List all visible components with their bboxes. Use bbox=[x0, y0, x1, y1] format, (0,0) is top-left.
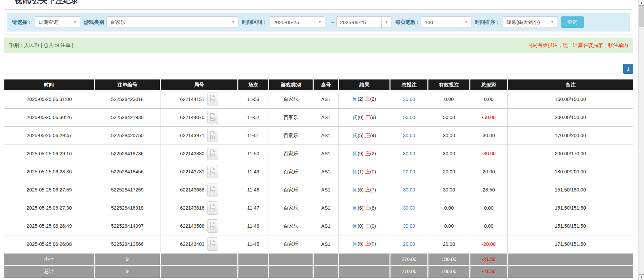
cell-total-bet[interactable]: 30.00 bbox=[390, 90, 428, 108]
result-banker-value: (0) bbox=[370, 169, 376, 174]
result-banker-value: (0) bbox=[370, 241, 376, 246]
page-1-button[interactable]: 1 bbox=[623, 64, 633, 74]
result-banker-value: (2) bbox=[370, 151, 376, 156]
total-label: 总计 bbox=[4, 265, 94, 277]
video-replay-button[interactable] bbox=[207, 147, 218, 160]
search-button[interactable]: 查询 bbox=[561, 16, 584, 28]
cell-result: 闲(5)庄(4) bbox=[339, 126, 390, 145]
result-banker-value: (9) bbox=[370, 115, 376, 120]
cell-table-no: AS1 bbox=[313, 126, 339, 145]
cell-game-type: 百家乐 bbox=[269, 108, 313, 126]
result-banker-label: 庄 bbox=[365, 223, 370, 229]
header-payout: 总派彩 bbox=[470, 79, 507, 90]
vertical-scrollbar[interactable]: ▲ ▼ bbox=[638, 0, 644, 280]
cell-total-bet[interactable]: 50.00 bbox=[390, 108, 428, 126]
date-to-dropdown[interactable]: 2025-05-25 ▼ bbox=[336, 16, 392, 28]
result-player-label: 闲 bbox=[353, 205, 358, 211]
chevron-down-icon: ▼ bbox=[547, 17, 557, 27]
result-player-label: 闲 bbox=[353, 187, 358, 192]
video-file-icon bbox=[210, 222, 216, 230]
cell-remark: 180.00/200.00 bbox=[508, 163, 633, 181]
cell-remark: 170.00/200.00 bbox=[508, 126, 633, 145]
video-replay-button[interactable] bbox=[207, 165, 218, 178]
result-player-value: (0) bbox=[358, 223, 364, 229]
cell-payout: 0.00 bbox=[470, 90, 507, 108]
cell-game-type: 百家乐 bbox=[269, 126, 313, 145]
result-player-label: 闲 bbox=[353, 151, 358, 156]
video-file-icon bbox=[210, 149, 216, 157]
cell-session: 11-51 bbox=[238, 126, 269, 145]
round-number: 622143508 bbox=[180, 223, 204, 229]
cell-total-bet[interactable]: 30.00 bbox=[390, 199, 428, 217]
video-replay-button[interactable] bbox=[207, 93, 218, 106]
page-size-dropdown[interactable]: 100 ▼ bbox=[421, 16, 471, 28]
video-replay-button[interactable] bbox=[207, 219, 218, 233]
query-type-dropdown[interactable]: 日期查询 ▼ bbox=[35, 16, 80, 28]
sort-label: 时间排序： bbox=[475, 19, 500, 25]
result-banker-value: (4) bbox=[370, 133, 376, 138]
cell-result: 闲(6)庄(7) bbox=[339, 181, 390, 199]
result-banker-label: 庄 bbox=[365, 151, 370, 156]
sort-value: 降冪(由大到小) bbox=[503, 19, 547, 25]
pagination: 1 bbox=[4, 64, 633, 74]
cell-session: 11-46 bbox=[238, 217, 269, 235]
cell-total-bet[interactable]: 20.00 bbox=[390, 163, 428, 181]
video-replay-button[interactable] bbox=[207, 237, 218, 251]
cell-result: 闲(6)庄(6) bbox=[339, 199, 390, 217]
video-replay-button[interactable] bbox=[207, 183, 218, 197]
scroll-up-button[interactable]: ▲ bbox=[639, 0, 644, 6]
cell-remark: 200.00/150.00 bbox=[508, 108, 633, 126]
round-number: 622143971 bbox=[180, 133, 204, 138]
cell-total-bet[interactable]: 30.00 bbox=[390, 181, 428, 199]
cell-game-type: 百家乐 bbox=[269, 199, 313, 217]
sort-dropdown[interactable]: 降冪(由大到小) ▼ bbox=[503, 16, 557, 28]
round-number: 622143688 bbox=[180, 187, 204, 192]
total-valid-bet: 180.00 bbox=[428, 265, 470, 277]
header-table-no: 桌号 bbox=[313, 79, 339, 90]
cell-remark: 171.50/151.50 bbox=[508, 235, 633, 253]
cell-payout: 0.00 bbox=[470, 199, 507, 217]
table-row: 2025-05-25 06:26:49 522528414997 6221435… bbox=[4, 217, 633, 235]
cell-total-bet[interactable]: 30.00 bbox=[390, 217, 428, 235]
video-replay-button[interactable] bbox=[207, 129, 218, 142]
cell-valid-bet: 0.00 bbox=[428, 217, 470, 235]
cell-time: 2025-05-25 06:26:08 bbox=[4, 235, 94, 253]
video-file-icon bbox=[210, 95, 216, 103]
cell-total-bet[interactable]: 30.00 bbox=[390, 126, 428, 145]
date-from-dropdown[interactable]: 2025-05-25 ▼ bbox=[270, 16, 325, 28]
cell-time: 2025-05-25 06:29:47 bbox=[4, 126, 94, 145]
cell-total-bet[interactable]: 30.00 bbox=[390, 145, 428, 163]
cell-valid-bet: 30.00 bbox=[428, 145, 470, 163]
main-content: 请选择： 日期查询 ▼ 游戏类别 百家乐 ▼ 时间区间： 2025-05-25 … bbox=[4, 9, 633, 278]
cell-table-no: AS1 bbox=[313, 108, 339, 126]
header-result: 结果 bbox=[339, 79, 390, 90]
subtotal-total-bet: 270.00 bbox=[390, 253, 428, 265]
game-type-dropdown[interactable]: 百家乐 ▼ bbox=[106, 16, 238, 28]
header-round-id: 局号 bbox=[160, 79, 238, 90]
cell-valid-bet: 50.00 bbox=[428, 108, 470, 126]
result-player-label: 闲 bbox=[353, 133, 358, 138]
video-file-icon bbox=[210, 185, 216, 193]
cell-total-bet[interactable]: 20.00 bbox=[390, 235, 428, 253]
result-player-value: (6) bbox=[358, 187, 364, 192]
cell-result: 闲(9)庄(2) bbox=[339, 145, 390, 163]
summary-bar: 币别：人民币 | 总共 :9 注单 | 同局有效投注，统一计算在该局第一张注单内 bbox=[4, 38, 633, 53]
result-player-label: 闲 bbox=[353, 223, 358, 229]
game-type-value: 百家乐 bbox=[107, 19, 228, 25]
cell-round-id: 622143403 bbox=[160, 235, 238, 253]
chevron-down-icon: ▼ bbox=[70, 17, 80, 27]
cell-table-no: AS1 bbox=[313, 235, 339, 253]
cell-round-id: 622144151 bbox=[160, 90, 238, 108]
video-file-icon bbox=[210, 239, 216, 247]
video-replay-button[interactable] bbox=[207, 111, 218, 124]
video-file-icon bbox=[210, 113, 216, 121]
cell-game-type: 百家乐 bbox=[269, 90, 313, 108]
date-separator: ~ bbox=[331, 19, 334, 25]
video-replay-button[interactable] bbox=[207, 201, 218, 215]
cell-game-type: 百家乐 bbox=[269, 145, 313, 163]
scroll-thumb[interactable] bbox=[639, 6, 644, 27]
round-number: 622143880 bbox=[180, 151, 204, 156]
cell-bet-id: 522528420750 bbox=[94, 126, 160, 145]
scroll-down-button[interactable]: ▼ bbox=[639, 274, 644, 280]
table-row: 2025-05-25 06:29:16 522528419786 6221438… bbox=[4, 145, 633, 163]
